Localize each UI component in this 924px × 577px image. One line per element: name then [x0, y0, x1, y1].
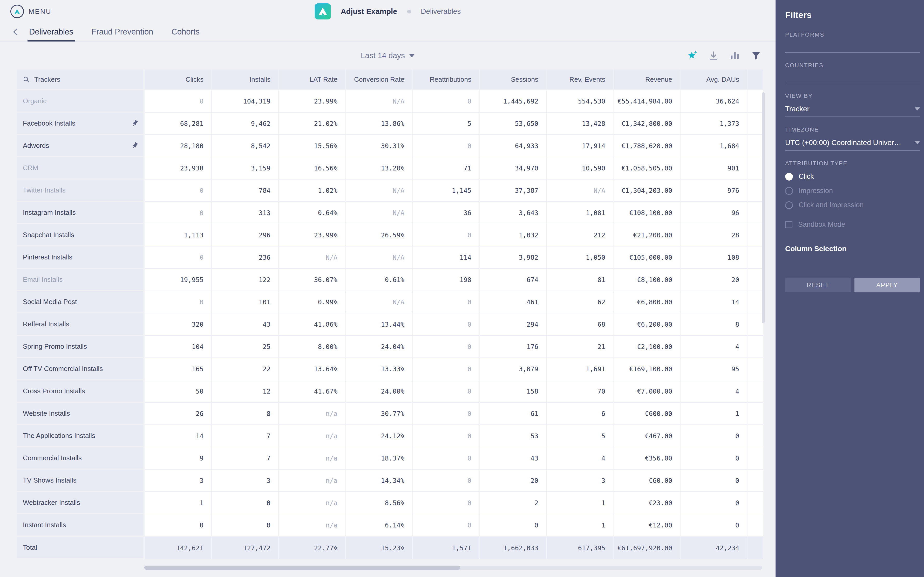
metric-cell: 1,081 — [546, 202, 613, 224]
tracker-cell[interactable]: Spring Promo Installs — [17, 336, 144, 358]
vertical-scrollbar[interactable] — [762, 92, 764, 323]
menu-button[interactable]: MENU — [10, 5, 52, 18]
tracker-cell[interactable]: Cross Promo Installs — [17, 380, 144, 403]
metric-cell: 101 — [211, 291, 278, 313]
radio-label: Click and Impression — [799, 201, 864, 209]
tracker-cell[interactable]: Social Media Post — [17, 291, 144, 313]
tab-fraud-prevention[interactable]: Fraud Prevention — [90, 23, 155, 41]
metric-cell: €12.00 — [613, 514, 680, 537]
column-header-sliver — [747, 69, 763, 90]
column-header[interactable]: Reattributions — [412, 69, 479, 90]
date-range-dropdown[interactable]: Last 14 days — [361, 51, 415, 60]
chevron-down-icon — [915, 107, 920, 111]
column-header[interactable]: Installs — [211, 69, 278, 90]
tracker-cell[interactable]: The Applications Installs — [17, 425, 144, 447]
table-body: Organic0104,31923.99%N/A01,445,692554,53… — [17, 90, 763, 537]
column-header[interactable]: Revenue — [613, 69, 680, 90]
tracker-cell[interactable]: Instant Installs — [17, 514, 144, 537]
metric-cell: 6 — [546, 403, 613, 425]
tracker-name: Instagram Installs — [23, 209, 76, 216]
metric-cell: 674 — [479, 269, 546, 291]
tracker-cell[interactable]: Commercial Installs — [17, 447, 144, 470]
table-row: Pinterest Installs0236N/AN/A1143,9821,05… — [17, 247, 763, 269]
metric-cell: 294 — [479, 313, 546, 336]
tracker-cell[interactable]: Webtracker Installs — [17, 492, 144, 514]
timezone-select[interactable]: UTC (+00:00) Coordinated Universal... — [785, 135, 920, 151]
metric-cell: 0 — [412, 380, 479, 403]
table-row: Snapchat Installs1,11329623.99%26.59%01,… — [17, 224, 763, 247]
tracker-cell[interactable]: Off TV Commercial Installs — [17, 358, 144, 380]
metric-cell: 901 — [680, 157, 747, 179]
star-icon[interactable] — [686, 50, 698, 61]
countries-label: COUNTRIES — [785, 62, 920, 69]
sliver-cell — [747, 358, 763, 380]
total-label-cell: Total — [17, 537, 144, 559]
pin-icon[interactable] — [131, 119, 139, 127]
tracker-cell[interactable]: Twitter Installs — [17, 179, 144, 202]
metric-cell: 13.33% — [345, 358, 412, 380]
metric-cell: 0 — [412, 358, 479, 380]
metric-cell: 554,530 — [546, 90, 613, 113]
metric-cell: 9 — [144, 447, 211, 470]
download-icon[interactable] — [708, 50, 719, 61]
total-metric-cell: 617,395 — [546, 537, 613, 559]
tracker-cell[interactable]: Instagram Installs — [17, 202, 144, 224]
column-header[interactable]: Clicks — [144, 69, 211, 90]
tracker-cell[interactable]: Email Installs — [17, 269, 144, 291]
column-header[interactable]: Sessions — [479, 69, 546, 90]
column-header-trackers[interactable]: Trackers — [17, 69, 144, 90]
metric-cell: 20 — [680, 269, 747, 291]
tab-cohorts[interactable]: Cohorts — [170, 23, 201, 41]
sliver-cell — [747, 291, 763, 313]
column-header[interactable]: Conversion Rate — [345, 69, 412, 90]
countries-input[interactable] — [785, 71, 920, 83]
tracker-name: Webtracker Installs — [23, 499, 80, 506]
tracker-cell[interactable]: Pinterest Installs — [17, 247, 144, 269]
search-icon[interactable] — [22, 76, 30, 83]
tracker-name: Instant Installs — [23, 521, 66, 529]
tracker-cell[interactable]: Facebook Installs — [17, 113, 144, 135]
metric-cell: 0 — [211, 492, 278, 514]
tracker-cell[interactable]: Refferal Installs — [17, 313, 144, 336]
column-header[interactable]: Rev. Events — [546, 69, 613, 90]
column-selection-link[interactable]: Column Selection — [785, 245, 920, 253]
platforms-input[interactable] — [785, 40, 920, 53]
tracker-cell[interactable]: CRM — [17, 157, 144, 179]
metric-cell: n/a — [278, 470, 345, 492]
apply-button[interactable]: APPLY — [855, 278, 920, 292]
metric-cell: N/A — [278, 247, 345, 269]
tracker-cell[interactable]: Snapchat Installs — [17, 224, 144, 247]
total-metric-cell: 142,621 — [144, 537, 211, 559]
sandbox-mode-checkbox[interactable]: Sandbox Mode — [785, 218, 920, 232]
metric-cell: 198 — [412, 269, 479, 291]
radio-click-and-impression[interactable]: Click and Impression — [785, 198, 920, 212]
horizontal-scrollbar[interactable] — [144, 566, 762, 570]
radio-click[interactable]: Click — [785, 169, 920, 184]
chart-icon[interactable] — [729, 50, 741, 61]
filter-icon[interactable] — [750, 50, 762, 61]
tracker-cell[interactable]: Organic — [17, 90, 144, 113]
tracker-cell[interactable]: Adwords — [17, 135, 144, 157]
column-header[interactable]: LAT Rate — [278, 69, 345, 90]
metric-cell: 0 — [412, 492, 479, 514]
column-header[interactable]: Avg. DAUs — [680, 69, 747, 90]
metric-cell: 41.86% — [278, 313, 345, 336]
metric-cell: 26 — [144, 403, 211, 425]
metric-cell: 165 — [144, 358, 211, 380]
view-by-select[interactable]: Tracker — [785, 102, 920, 117]
back-chevron-icon[interactable] — [11, 27, 20, 37]
metric-cell: 21 — [546, 336, 613, 358]
metric-cell: €23.00 — [613, 492, 680, 514]
radio-impression[interactable]: Impression — [785, 184, 920, 198]
reset-button[interactable]: RESET — [785, 278, 851, 292]
metric-cell: 36,624 — [680, 90, 747, 113]
tracker-cell[interactable]: TV Shows Installs — [17, 470, 144, 492]
metric-cell: €1,058,505.00 — [613, 157, 680, 179]
tab-deliverables[interactable]: Deliverables — [27, 23, 75, 41]
metric-cell: 0 — [144, 247, 211, 269]
horizontal-scrollbar-thumb[interactable] — [144, 566, 460, 570]
metric-cell: 0 — [680, 470, 747, 492]
pin-icon[interactable] — [131, 142, 139, 149]
metric-cell: 14 — [680, 291, 747, 313]
tracker-cell[interactable]: Website Installs — [17, 403, 144, 425]
